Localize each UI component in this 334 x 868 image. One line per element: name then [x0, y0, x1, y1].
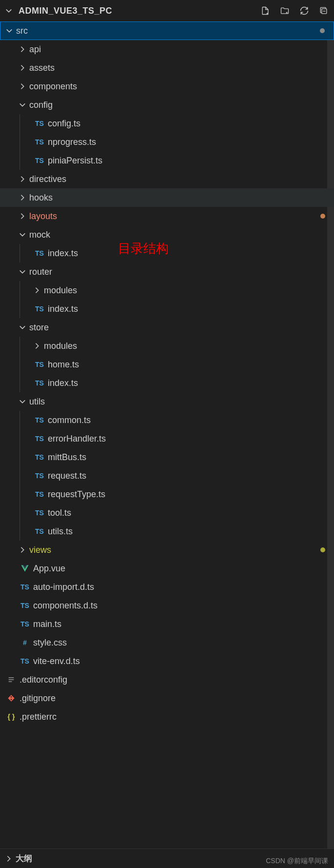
tree-item-label: directives — [29, 174, 66, 184]
tree-item[interactable]: api — [0, 40, 334, 59]
tree-item[interactable]: { }.prettierrc — [0, 707, 334, 726]
tree-item-label: style.css — [33, 638, 67, 648]
tree-item[interactable]: TStool.ts — [0, 504, 334, 522]
tree-item[interactable]: modules — [0, 337, 334, 355]
tree-item[interactable]: modules — [0, 281, 334, 300]
tree-item[interactable]: TSmittBus.ts — [0, 448, 334, 466]
collapse-all-icon[interactable] — [318, 5, 329, 16]
tree-item-label: tool.ts — [48, 508, 71, 518]
tree-item-label: router — [29, 267, 52, 277]
tree-item[interactable]: TSmain.ts — [0, 615, 334, 633]
tree-item[interactable]: TSindex.ts — [0, 374, 334, 392]
tree-item-label: layouts — [29, 211, 57, 222]
ts-icon: TS — [19, 602, 31, 609]
refresh-icon[interactable] — [299, 5, 310, 16]
watermark: CSDN @前端早间课 — [266, 857, 328, 866]
tree-item[interactable]: layouts — [0, 207, 334, 225]
tree-item-label: modules — [44, 341, 77, 351]
tree-item-label: modules — [44, 285, 77, 296]
tree-item[interactable]: .editorconfig — [0, 670, 334, 689]
tree-item-label: mittBus.ts — [48, 452, 86, 463]
chevron-down-icon — [5, 7, 13, 14]
tree-item-label: config.ts — [48, 119, 80, 129]
tree-item-label: config — [29, 100, 53, 110]
tree-item[interactable]: TSrequestType.ts — [0, 485, 334, 504]
tree-item-label: mock — [29, 230, 50, 240]
ts-icon: TS — [33, 509, 46, 517]
tree-item[interactable]: TScomponents.d.ts — [0, 596, 334, 615]
tree-item[interactable]: TSrequest.ts — [0, 466, 334, 485]
tree-item-label: main.ts — [33, 619, 61, 629]
ts-icon: TS — [33, 435, 46, 443]
tree-item[interactable]: TSpiniaPersist.ts — [0, 151, 334, 170]
tree-item[interactable]: TSauto-import.d.ts — [0, 578, 334, 596]
status-dot — [320, 214, 325, 219]
tree-item[interactable]: TShome.ts — [0, 355, 334, 374]
tree-item-label: api — [29, 44, 41, 55]
outline-label: 大纲 — [16, 853, 32, 864]
chevron-right-icon — [19, 64, 26, 71]
tree-item[interactable]: src — [0, 21, 334, 40]
tree-item-label: index.ts — [48, 248, 78, 259]
tree-item-label: common.ts — [48, 415, 91, 425]
tree-item[interactable]: assets — [0, 59, 334, 77]
tree-item[interactable]: App.vue — [0, 559, 334, 578]
explorer-header: ADMIN_VUE3_TS_PC — [0, 0, 334, 21]
tree-item[interactable]: TSindex.ts — [0, 300, 334, 318]
new-file-icon[interactable] — [260, 5, 271, 16]
tree-item[interactable]: TSconfig.ts — [0, 114, 334, 133]
project-title: ADMIN_VUE3_TS_PC — [19, 6, 112, 16]
ts-icon: TS — [33, 361, 46, 368]
status-dot — [320, 547, 325, 552]
tree-item[interactable]: TSutils.ts — [0, 522, 334, 541]
tree-item-label: auto-import.d.ts — [33, 582, 94, 592]
chevron-down-icon — [19, 324, 26, 331]
new-folder-icon[interactable] — [279, 5, 290, 16]
header-actions — [260, 5, 329, 16]
editorconfig-icon — [5, 676, 18, 684]
chevron-down-icon — [19, 101, 26, 108]
tree-item-label: .gitignore — [20, 693, 56, 704]
chevron-right-icon — [5, 855, 13, 862]
tree-item[interactable]: store — [0, 318, 334, 337]
chevron-down-icon — [19, 231, 26, 238]
tree-item-label: assets — [29, 63, 55, 73]
tree-item[interactable]: mock — [0, 225, 334, 244]
tree-item-label: hooks — [29, 193, 53, 203]
ts-icon: TS — [33, 416, 46, 424]
tree-item-label: piniaPersist.ts — [48, 156, 102, 166]
tree-item[interactable]: TSerrorHandler.ts — [0, 429, 334, 448]
tree-item[interactable]: TSindex.ts — [0, 244, 334, 262]
ts-icon: TS — [33, 120, 46, 127]
tree-item[interactable]: #style.css — [0, 633, 334, 652]
chevron-right-icon — [19, 213, 26, 220]
tree-item[interactable]: TSnprogress.ts — [0, 133, 334, 151]
tree-item[interactable]: TSvite-env.d.ts — [0, 652, 334, 670]
ts-icon: TS — [33, 249, 46, 257]
chevron-right-icon — [19, 194, 26, 201]
project-title-row[interactable]: ADMIN_VUE3_TS_PC — [5, 6, 260, 16]
tree-item[interactable]: components — [0, 77, 334, 96]
tree-item-label: store — [29, 323, 49, 333]
tree-item[interactable]: .gitignore — [0, 689, 334, 707]
ts-icon: TS — [33, 138, 46, 146]
tree-item-label: utils — [29, 397, 45, 407]
tree-item-label: .prettierrc — [20, 712, 57, 722]
tree-item-label: request.ts — [48, 471, 86, 481]
ts-icon: TS — [33, 379, 46, 387]
chevron-down-icon — [19, 398, 26, 405]
ts-icon: TS — [33, 453, 46, 461]
ts-icon: TS — [19, 620, 31, 628]
chevron-down-icon — [19, 268, 26, 275]
tree-item-label: errorHandler.ts — [48, 434, 106, 444]
tree-item[interactable]: hooks — [0, 188, 334, 207]
tree-item[interactable]: views — [0, 541, 334, 559]
tree-item-label: components — [29, 81, 77, 92]
tree-item[interactable]: router — [0, 262, 334, 281]
tree-item[interactable]: TScommon.ts — [0, 411, 334, 429]
tree-item[interactable]: config — [0, 96, 334, 114]
tree-item[interactable]: directives — [0, 170, 334, 188]
tree-item[interactable]: utils — [0, 392, 334, 411]
chevron-right-icon — [19, 176, 26, 182]
ts-icon: TS — [19, 657, 31, 665]
